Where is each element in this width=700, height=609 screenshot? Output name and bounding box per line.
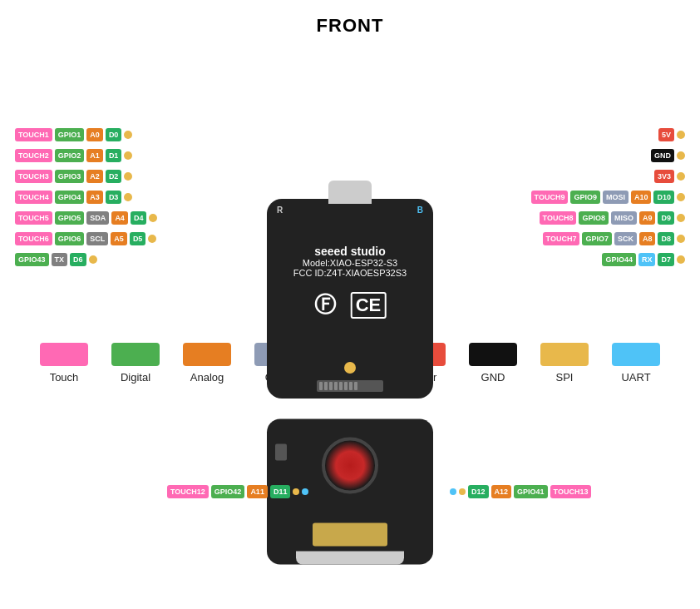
d3-label: D3 bbox=[106, 191, 122, 204]
led-dot bbox=[344, 362, 356, 374]
bottom-connector bbox=[296, 552, 404, 565]
d12-label: D12 bbox=[468, 485, 489, 498]
legend-analog-label: Analog bbox=[190, 371, 224, 384]
legend-touch: Touch bbox=[40, 343, 88, 384]
d1-label: D1 bbox=[106, 149, 122, 162]
legend-spi-box bbox=[540, 343, 589, 366]
legend-digital-box bbox=[111, 343, 160, 366]
a3-label: A3 bbox=[86, 191, 103, 204]
usb-connector bbox=[328, 181, 372, 204]
legend-touch-label: Touch bbox=[50, 371, 79, 384]
sda-label: SDA bbox=[86, 211, 109, 225]
back-board-area: TOUCH12 GPIO42 A11 D11 D12 A12 GPIO41 TO… bbox=[0, 400, 700, 583]
d8-label: D8 bbox=[658, 232, 674, 245]
pin-row-5v: 5V bbox=[658, 128, 685, 141]
a0-label: A0 bbox=[86, 128, 103, 141]
dot-d6 bbox=[89, 255, 97, 264]
page-title: FRONT bbox=[0, 0, 700, 45]
pin-row-d10: D10 A10 MOSI GPIO9 TOUCH9 bbox=[531, 191, 685, 204]
legend-touch-box bbox=[40, 343, 88, 366]
dot-d3 bbox=[124, 193, 132, 201]
connector-strip bbox=[317, 380, 383, 392]
d6-label: D6 bbox=[70, 253, 86, 266]
d11-label: D11 bbox=[270, 485, 291, 498]
dot-d0 bbox=[124, 131, 132, 139]
fcc-text: FCC ID:Z4T-XIAOESP32S3 bbox=[293, 268, 407, 278]
legend-gnd-box bbox=[469, 343, 517, 366]
dot-d8 bbox=[677, 235, 685, 243]
dot-d2 bbox=[124, 172, 132, 181]
legend-uart: UART bbox=[612, 343, 660, 384]
camera-connector bbox=[313, 523, 387, 547]
back-dot-right2 bbox=[459, 488, 466, 495]
a11-label: A11 bbox=[247, 485, 268, 498]
touch2-label: TOUCH2 bbox=[15, 149, 52, 162]
back-dot-right1 bbox=[450, 488, 456, 495]
touch13-label: TOUCH13 bbox=[550, 485, 592, 498]
back-right-pins: D12 A12 GPIO41 TOUCH13 bbox=[450, 485, 591, 498]
gpio4-label: GPIO4 bbox=[55, 191, 85, 204]
main-board: seeed studio Model:XIAO-ESP32-S3 FCC ID:… bbox=[267, 199, 433, 399]
pin-row-touch6: TOUCH6 GPIO6 SCL A5 D5 bbox=[15, 232, 156, 245]
legend-analog: Analog bbox=[183, 343, 231, 384]
gpio9-label: GPIO9 bbox=[570, 191, 600, 204]
rx-label: RX bbox=[638, 253, 656, 266]
5v-label: 5V bbox=[658, 128, 674, 141]
camera-module bbox=[275, 444, 287, 461]
gnd-label: GND bbox=[651, 149, 674, 162]
d4-label: D4 bbox=[131, 211, 147, 225]
pin-row-d8: D8 A8 SCK GPIO7 TOUCH7 bbox=[543, 232, 685, 245]
d5-label: D5 bbox=[130, 232, 146, 245]
gpio43-label: GPIO43 bbox=[15, 253, 49, 266]
a8-label: A8 bbox=[639, 232, 656, 245]
touch8-label: TOUCH8 bbox=[540, 211, 577, 225]
touch4-label: TOUCH4 bbox=[15, 191, 52, 204]
front-board-area: TOUCH1 GPIO1 A0 D0 TOUCH2 GPIO2 A1 D1 TO… bbox=[0, 45, 700, 328]
fcc-icon: Ⓕ bbox=[314, 290, 336, 319]
pin-row-touch5: TOUCH5 GPIO5 SDA A4 D4 bbox=[15, 211, 157, 225]
d2-label: D2 bbox=[106, 170, 122, 183]
touch5-label: TOUCH5 bbox=[15, 211, 52, 225]
pin-row-d7: D7 RX GPIO44 bbox=[602, 253, 685, 266]
back-dot-left1 bbox=[293, 488, 299, 495]
d10-label: D10 bbox=[653, 191, 674, 204]
legend-gnd: GND bbox=[469, 343, 517, 384]
legend-analog-box bbox=[183, 343, 231, 366]
brand-name: seeed studio bbox=[293, 245, 407, 258]
dot-d7 bbox=[677, 255, 685, 264]
b-label: B bbox=[417, 205, 423, 215]
touch3-label: TOUCH3 bbox=[15, 170, 52, 183]
board-marks: Ⓕ CE bbox=[314, 290, 387, 319]
gpio2-label: GPIO2 bbox=[55, 149, 85, 162]
a1-label: A1 bbox=[86, 149, 103, 162]
gpio6-label: GPIO6 bbox=[55, 232, 85, 245]
d7-label: D7 bbox=[658, 253, 674, 266]
tx-label: TX bbox=[52, 253, 68, 266]
camera-lens bbox=[322, 438, 378, 494]
gpio1-label: GPIO1 bbox=[55, 128, 85, 141]
dot-d9 bbox=[677, 214, 685, 222]
pin-row-gnd: GND bbox=[651, 149, 685, 162]
pin-row-d9: D9 A9 MISO GPIO8 TOUCH8 bbox=[540, 211, 685, 225]
a2-label: A2 bbox=[86, 170, 103, 183]
gpio41-label: GPIO41 bbox=[514, 485, 548, 498]
model-text: Model:XIAO-ESP32-S3 bbox=[293, 258, 407, 268]
a9-label: A9 bbox=[639, 211, 656, 225]
legend-spi-label: SPI bbox=[556, 371, 574, 384]
pin-row-gpio43: GPIO43 TX D6 bbox=[15, 253, 97, 266]
pin-row-touch1: TOUCH1 GPIO1 A0 D0 bbox=[15, 128, 132, 141]
dot-5v bbox=[677, 131, 685, 139]
dot-gnd bbox=[677, 151, 685, 160]
a4-label: A4 bbox=[111, 211, 128, 225]
back-left-pins: TOUCH12 GPIO42 A11 D11 bbox=[167, 485, 308, 498]
gpio8-label: GPIO8 bbox=[579, 211, 609, 225]
gpio5-label: GPIO5 bbox=[55, 211, 85, 225]
board-text: seeed studio Model:XIAO-ESP32-S3 FCC ID:… bbox=[293, 245, 407, 278]
touch6-label: TOUCH6 bbox=[15, 232, 52, 245]
legend-uart-box bbox=[612, 343, 660, 366]
gpio3-label: GPIO3 bbox=[55, 170, 85, 183]
dot-d10 bbox=[677, 193, 685, 201]
legend-gnd-label: GND bbox=[481, 371, 505, 384]
legend-spi: SPI bbox=[540, 343, 589, 384]
r-label: R bbox=[277, 205, 283, 215]
